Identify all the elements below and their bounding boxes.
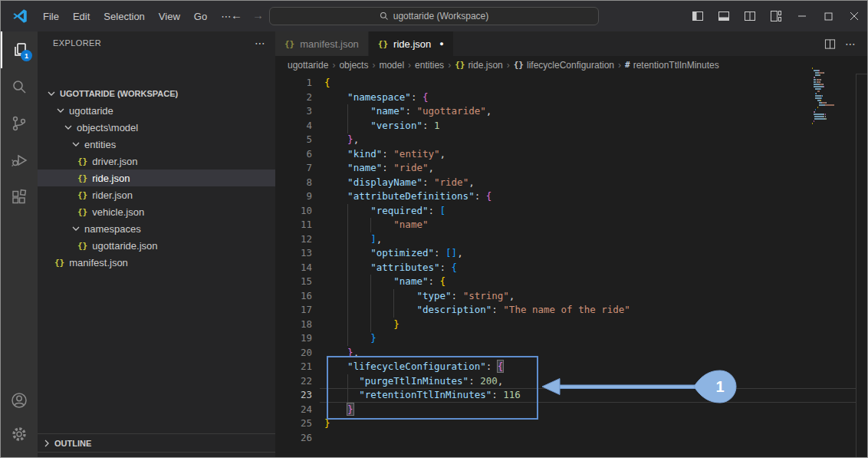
timeline-section[interactable]: TIMELINE (38, 452, 275, 458)
line-text: "kind": "entity", (324, 147, 446, 162)
menu-selection[interactable]: Selection (97, 8, 151, 25)
json-file-icon: {} (378, 39, 388, 49)
tree-item-entities[interactable]: entities (38, 136, 275, 153)
chevron-down-icon (70, 222, 82, 235)
menu-file[interactable]: File (36, 8, 66, 25)
explorer-more-actions-icon[interactable]: ⋯ (255, 37, 266, 49)
tab-ride.json[interactable]: {}ride.json● (369, 31, 454, 56)
activity-bar: 1 (1, 31, 38, 457)
file-tree: UGOTTARIDE (WORKSPACE)ugottarideobjects\… (38, 85, 275, 271)
code-line-18[interactable]: 18 } (275, 318, 867, 332)
menu-edit[interactable]: Edit (66, 8, 97, 25)
tree-item-ugottaride.json[interactable]: {}ugottaride.json (38, 237, 275, 254)
minimize-button[interactable] (789, 1, 815, 31)
annotation-number: 1 (715, 378, 724, 395)
code-line-17[interactable]: 17 "description": "The name of the ride" (275, 303, 867, 318)
breadcrumb-item-lifecycleconfiguration[interactable]: {}lifecycleConfiguration (514, 60, 614, 71)
maximize-button[interactable] (815, 1, 841, 31)
json-file-icon: {} (77, 207, 87, 217)
code-line-4[interactable]: 4 "version": 1 (275, 119, 867, 133)
line-number: 11 (275, 218, 312, 232)
tree-item-driver.json[interactable]: {}driver.json (38, 153, 275, 170)
line-number: 2 (275, 91, 312, 105)
line-text: ], (324, 232, 382, 247)
toggle-sidebar-icon[interactable] (685, 1, 711, 31)
code-editor[interactable]: 1{2 "namespace": {3 "name": "ugottaride"… (275, 74, 867, 457)
code-line-7[interactable]: 7 "name": "ride", (275, 161, 867, 176)
breadcrumb-separator: › (618, 60, 621, 71)
minimap[interactable] (812, 68, 856, 127)
tree-item-vehicle.json[interactable]: {}vehicle.json (38, 203, 275, 220)
code-line-6[interactable]: 6 "kind": "entity", (275, 147, 867, 162)
line-number: 15 (275, 275, 312, 289)
tree-item-rider.json[interactable]: {}rider.json (38, 186, 275, 203)
search-sidebar-icon[interactable] (1, 68, 38, 105)
code-line-8[interactable]: 8 "displayName": "ride", (275, 176, 867, 190)
tree-item-workspace-root[interactable]: UGOTTARIDE (WORKSPACE) (38, 85, 275, 102)
chevron-down-icon (54, 104, 67, 117)
code-line-10[interactable]: 10 "required": [ (275, 204, 867, 219)
run-and-debug-icon[interactable] (1, 142, 38, 179)
code-line-1[interactable]: 1{ (275, 76, 867, 91)
code-line-13[interactable]: 13 "optimized": [], (275, 246, 867, 261)
code-line-2[interactable]: 2 "namespace": { (275, 91, 867, 105)
breadcrumb-item-retentionttlinminutes[interactable]: #retentionTtlInMinutes (625, 60, 719, 71)
modified-dot-icon[interactable]: ● (439, 40, 443, 48)
menu-go[interactable]: Go (187, 8, 214, 25)
command-center-search[interactable]: ugottaride (Workspace) (269, 7, 599, 25)
outline-section[interactable]: OUTLINE (38, 433, 275, 452)
vscode-logo (12, 8, 28, 25)
line-number: 23 (275, 388, 312, 403)
line-text: "name": "ride", (324, 161, 434, 176)
account-icon[interactable] (1, 384, 38, 417)
tree-item-namespaces[interactable]: namespaces (38, 220, 275, 237)
explorer-icon[interactable]: 1 (1, 31, 38, 68)
forward-arrow-button[interactable]: → (252, 8, 264, 21)
split-editor-layout-icon[interactable] (737, 1, 763, 31)
explorer-title: EXPLORER (53, 38, 101, 48)
source-control-icon[interactable] (1, 105, 38, 142)
line-text: "name" (324, 218, 428, 232)
code-line-12[interactable]: 12 ], (275, 232, 867, 247)
menu-view[interactable]: View (152, 8, 187, 25)
line-number: 4 (275, 119, 312, 133)
code-line-11[interactable]: 11 "name" (275, 218, 867, 232)
annotation-box (327, 356, 538, 420)
line-number: 9 (275, 189, 312, 204)
tree-item-ugottaride[interactable]: ugottaride (38, 102, 275, 119)
line-number: 5 (275, 133, 312, 147)
tree-item-manifest.json[interactable]: {}manifest.json (38, 254, 275, 271)
extensions-icon[interactable] (1, 179, 38, 216)
settings-gear-icon[interactable] (1, 417, 38, 451)
line-number: 21 (275, 360, 312, 374)
line-text: "optimized": [], (324, 246, 463, 261)
split-editor-icon[interactable] (824, 38, 836, 50)
tab-bar: {}manifest.json{}ride.json● ⋯ (275, 31, 867, 56)
editor-more-actions-icon[interactable]: ⋯ (845, 38, 856, 50)
json-file-icon: {} (77, 241, 87, 251)
breadcrumb-item-ugottaride[interactable]: ugottaride (288, 60, 328, 71)
line-text: "attributeDefinitions": { (324, 189, 492, 204)
code-line-16[interactable]: 16 "type": "string", (275, 289, 867, 304)
code-line-19[interactable]: 19 } (275, 331, 867, 346)
code-line-15[interactable]: 15 "name": { (275, 275, 867, 289)
line-text: "required": [ (324, 204, 446, 219)
code-line-9[interactable]: 9 "attributeDefinitions": { (275, 189, 867, 204)
breadcrumb-item-entities[interactable]: entities (415, 60, 444, 71)
tree-item-objects-model[interactable]: objects\model (38, 119, 275, 136)
line-number: 7 (275, 161, 312, 176)
code-line-14[interactable]: 14 "attributes": { (275, 261, 867, 275)
customize-layout-icon[interactable] (763, 1, 789, 31)
tree-item-ride.json[interactable]: {}ride.json (38, 170, 275, 186)
code-line-26[interactable]: 26 (275, 431, 867, 446)
breadcrumb-item-ride.json[interactable]: {}ride.json (455, 60, 503, 71)
code-line-5[interactable]: 5 }, (275, 133, 867, 147)
tab-manifest.json[interactable]: {}manifest.json (275, 31, 369, 56)
breadcrumb-item-model[interactable]: model (379, 60, 404, 71)
line-text: "attributes": { (324, 261, 457, 275)
breadcrumb-item-objects[interactable]: objects (339, 60, 368, 71)
back-arrow-button[interactable]: ← (231, 8, 242, 21)
toggle-panel-icon[interactable] (711, 1, 737, 31)
close-button[interactable] (841, 1, 867, 31)
code-line-3[interactable]: 3 "name": "ugottaride", (275, 104, 867, 119)
